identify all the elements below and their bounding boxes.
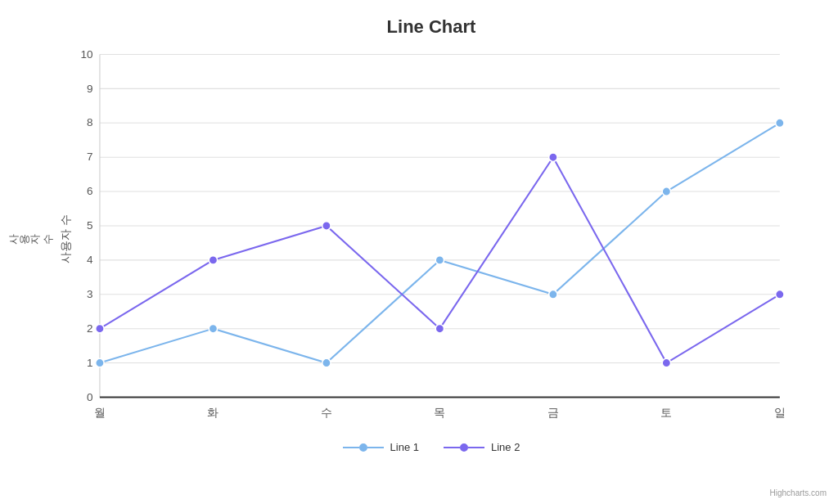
svg-text:월: 월 [94, 406, 106, 418]
legend-line1-label: Line 1 [390, 441, 419, 453]
svg-point-33 [209, 324, 217, 332]
svg-text:5: 5 [87, 219, 93, 232]
svg-text:목: 목 [434, 406, 445, 418]
svg-text:일: 일 [774, 406, 786, 418]
svg-point-34 [322, 358, 331, 367]
svg-text:사용자 수: 사용자 수 [60, 214, 72, 263]
chart-title: Line Chart [387, 16, 476, 38]
svg-point-43 [549, 153, 557, 161]
svg-text:화: 화 [207, 406, 219, 418]
svg-text:4: 4 [87, 254, 93, 266]
svg-text:0: 0 [87, 391, 93, 403]
legend-item-line2: Line 2 [444, 441, 520, 453]
chart-svg: 012345678910월화수목금토일사용자 수 [57, 46, 805, 431]
legend-line2-label: Line 2 [491, 441, 520, 453]
chart-area: 012345678910월화수목금토일사용자 수 사용자 수 [57, 46, 805, 431]
svg-text:2: 2 [87, 322, 93, 335]
chart-container: Line Chart 012345678910월화수목금토일사용자 수 사용자 … [0, 0, 838, 504]
chart-legend: Line 1 Line 2 [343, 441, 520, 453]
svg-point-45 [776, 290, 784, 299]
svg-text:수: 수 [321, 406, 332, 418]
legend-line2-segment2 [468, 447, 484, 448]
svg-point-39 [96, 324, 104, 332]
svg-text:6: 6 [87, 185, 93, 197]
legend-line1-dot [359, 443, 367, 452]
legend-line2-segment [444, 447, 460, 448]
svg-text:금: 금 [547, 406, 559, 418]
legend-item-line1: Line 1 [343, 441, 419, 453]
svg-point-36 [549, 290, 557, 299]
svg-text:8: 8 [87, 116, 93, 128]
svg-point-35 [435, 256, 444, 264]
svg-point-38 [776, 119, 784, 127]
legend-line1-segment2 [367, 447, 384, 448]
legend-line2-dot [460, 443, 468, 452]
svg-point-41 [322, 222, 331, 230]
svg-point-42 [435, 324, 444, 332]
legend-line2-symbol [444, 443, 484, 452]
svg-text:1: 1 [87, 357, 93, 369]
svg-point-37 [662, 187, 670, 196]
legend-line1-segment [343, 447, 359, 448]
svg-text:7: 7 [87, 151, 93, 163]
svg-text:토: 토 [660, 406, 672, 418]
svg-point-32 [96, 358, 104, 367]
svg-text:3: 3 [87, 288, 93, 300]
svg-point-40 [209, 256, 217, 264]
legend-line1-symbol [343, 443, 384, 452]
svg-text:9: 9 [87, 83, 93, 95]
highcharts-credit: Highcharts.com [770, 488, 827, 497]
svg-point-44 [662, 358, 670, 367]
y-axis-label: 사용자 수 [1, 232, 47, 246]
svg-text:10: 10 [81, 48, 93, 61]
